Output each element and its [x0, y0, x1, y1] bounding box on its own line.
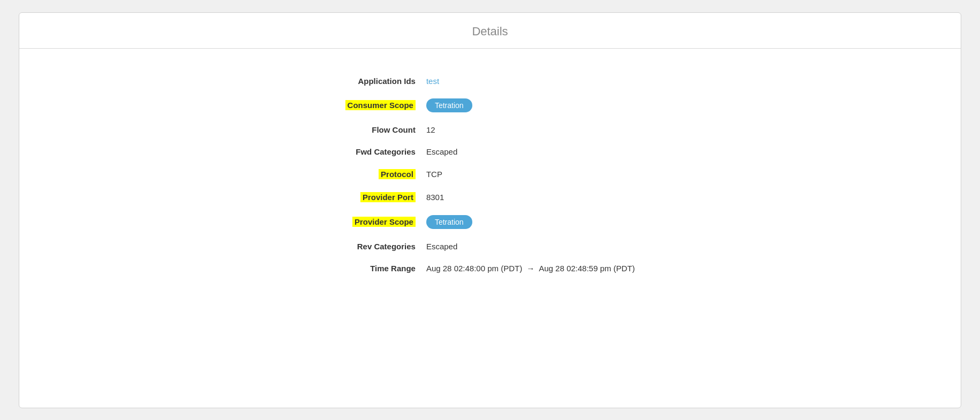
table-row: Consumer ScopeTetration — [345, 92, 635, 119]
field-value: Tetration — [426, 92, 635, 119]
field-value: Escaped — [426, 235, 635, 257]
panel-body: Application IdstestConsumer ScopeTetrati… — [19, 49, 961, 301]
field-label: Flow Count — [345, 119, 426, 141]
highlighted-label: Provider Scope — [352, 217, 416, 227]
detail-table: Application IdstestConsumer ScopeTetrati… — [345, 70, 635, 279]
field-value: 8301 — [426, 186, 635, 209]
table-row: Time RangeAug 28 02:48:00 pm (PDT)→Aug 2… — [345, 257, 635, 279]
time-range-start: Aug 28 02:48:00 pm (PDT) — [426, 264, 522, 273]
table-row: Rev CategoriesEscaped — [345, 235, 635, 257]
table-row: Provider Port8301 — [345, 186, 635, 209]
panel-header: Details — [19, 13, 961, 49]
field-value: TCP — [426, 163, 635, 186]
field-label: Provider Scope — [345, 209, 426, 235]
table-row: Application Idstest — [345, 70, 635, 92]
field-value: Aug 28 02:48:00 pm (PDT)→Aug 28 02:48:59… — [426, 257, 635, 279]
app-id-link[interactable]: test — [426, 77, 439, 86]
field-value: test — [426, 70, 635, 92]
details-panel: Details Application IdstestConsumer Scop… — [19, 12, 961, 408]
table-row: ProtocolTCP — [345, 163, 635, 186]
table-row: Flow Count12 — [345, 119, 635, 141]
field-label: Provider Port — [345, 186, 426, 209]
field-label: Time Range — [345, 257, 426, 279]
highlighted-label: Provider Port — [360, 192, 416, 202]
field-label: Application Ids — [345, 70, 426, 92]
field-label: Rev Categories — [345, 235, 426, 257]
highlighted-label: Protocol — [379, 169, 416, 179]
field-value: 12 — [426, 119, 635, 141]
table-row: Fwd CategoriesEscaped — [345, 141, 635, 163]
field-value: Escaped — [426, 141, 635, 163]
field-label: Consumer Scope — [345, 92, 426, 119]
time-range-arrow: → — [526, 264, 534, 273]
scope-badge[interactable]: Tetration — [426, 215, 472, 229]
highlighted-label: Consumer Scope — [345, 100, 416, 110]
field-label: Protocol — [345, 163, 426, 186]
table-row: Provider ScopeTetration — [345, 209, 635, 235]
panel-title: Details — [472, 25, 508, 38]
time-range-end: Aug 28 02:48:59 pm (PDT) — [539, 264, 635, 273]
field-label: Fwd Categories — [345, 141, 426, 163]
scope-badge[interactable]: Tetration — [426, 98, 472, 112]
field-value: Tetration — [426, 209, 635, 235]
